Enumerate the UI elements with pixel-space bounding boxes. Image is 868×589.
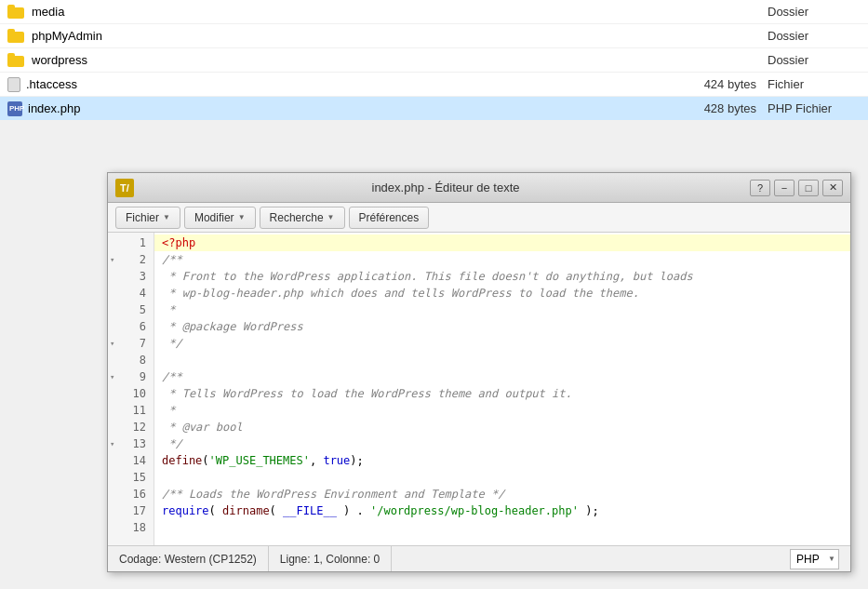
code-line[interactable]: *	[154, 402, 850, 419]
line-numbers: 1▾23456▾78▾9101112▾131415161718	[108, 233, 154, 545]
position-status: Ligne: 1, Colonne: 0	[269, 546, 392, 571]
line-number: 6	[108, 318, 154, 335]
fold-indicator[interactable]: ▾	[110, 372, 114, 382]
language-select-wrapper: PHP	[790, 549, 839, 569]
file-row[interactable]: wordpressDossier	[0, 48, 868, 73]
code-line[interactable]: * Front to the WordPress application. Th…	[154, 268, 850, 285]
language-dropdown-wrapper[interactable]: PHP	[790, 549, 839, 569]
code-line[interactable]: *	[154, 301, 850, 318]
code-line[interactable]: define('WP_USE_THEMES', true);	[154, 452, 850, 469]
code-line[interactable]: require( dirname( __FILE__ ) . '/wordpre…	[154, 502, 850, 519]
file-type: Dossier	[768, 5, 861, 19]
line-number: ▾13	[108, 435, 154, 452]
encoding-status: Codage: Western (CP1252)	[119, 546, 269, 571]
preferences-menu[interactable]: Préférences	[349, 207, 430, 229]
line-number: 4	[108, 285, 154, 301]
line-number: 17	[108, 502, 154, 519]
line-number: 1	[108, 234, 154, 251]
file-row[interactable]: .htaccess424 bytesFichier	[0, 73, 868, 97]
line-number: ▾2	[108, 251, 154, 268]
file-size: 428 bytes	[682, 101, 756, 115]
line-number: 3	[108, 268, 154, 285]
edit-menu[interactable]: Modifier ▼	[184, 207, 256, 229]
file-menu[interactable]: Fichier ▼	[115, 207, 180, 229]
status-bar: Codage: Western (CP1252) Ligne: 1, Colon…	[108, 545, 850, 571]
folder-icon	[7, 5, 26, 20]
line-number: ▾7	[108, 335, 154, 352]
php-file-icon: PHP	[7, 101, 22, 116]
line-number: 12	[108, 419, 154, 435]
generic-file-icon	[7, 77, 20, 92]
file-name: wordpress	[32, 53, 682, 67]
line-number: 10	[108, 385, 154, 402]
title-bar-controls: ? − □ ✕	[750, 180, 843, 196]
edit-menu-arrow: ▼	[238, 213, 246, 221]
code-line[interactable]	[154, 469, 850, 486]
code-line[interactable]: * @var bool	[154, 419, 850, 435]
maximize-btn[interactable]: □	[798, 180, 819, 196]
folder-icon	[7, 53, 26, 68]
code-line[interactable]: /** Loads the WordPress Environment and …	[154, 486, 850, 502]
file-row[interactable]: mediaDossier	[0, 0, 868, 24]
unknown-btn[interactable]: ?	[750, 180, 770, 196]
file-row[interactable]: phpMyAdminDossier	[0, 24, 868, 48]
search-menu-arrow: ▼	[327, 213, 335, 221]
file-type: Dossier	[768, 29, 861, 43]
fold-indicator[interactable]: ▾	[110, 439, 114, 448]
line-number: 18	[108, 519, 154, 536]
file-type: PHP Fichier	[768, 101, 861, 115]
code-line[interactable]: /**	[154, 251, 850, 268]
fold-indicator[interactable]: ▾	[110, 255, 114, 264]
code-line[interactable]: <?php	[154, 234, 850, 251]
line-number: ▾9	[108, 368, 154, 385]
file-name: index.php	[28, 101, 682, 115]
file-name: .htaccess	[26, 77, 682, 91]
code-line[interactable]: * wp-blog-header.php which does and tell…	[154, 285, 850, 301]
line-number: 15	[108, 469, 154, 486]
code-line[interactable]: * @package WordPress	[154, 318, 850, 335]
line-number: 14	[108, 452, 154, 469]
code-area[interactable]: 1▾23456▾78▾9101112▾131415161718 <?php/**…	[108, 233, 850, 545]
code-line[interactable]: * Tells WordPress to load the WordPress …	[154, 385, 850, 402]
editor-app-icon: T/	[115, 179, 134, 197]
code-line[interactable]: */	[154, 435, 850, 452]
line-number: 16	[108, 486, 154, 502]
minimize-btn[interactable]: −	[774, 180, 795, 196]
file-row[interactable]: PHPindex.php428 bytesPHP Fichier	[0, 97, 868, 121]
line-number: 5	[108, 301, 154, 318]
fold-indicator[interactable]: ▾	[110, 339, 114, 348]
search-menu[interactable]: Recherche ▼	[260, 207, 345, 229]
folder-icon	[7, 29, 26, 44]
code-line[interactable]	[154, 519, 850, 536]
code-line[interactable]: /**	[154, 368, 850, 385]
editor-title: index.php - Éditeur de texte	[141, 181, 750, 194]
file-type: Dossier	[768, 53, 861, 67]
close-btn[interactable]: ✕	[822, 180, 843, 196]
line-number: 11	[108, 402, 154, 419]
file-name: media	[32, 5, 682, 19]
file-type: Fichier	[768, 77, 861, 91]
menu-bar: Fichier ▼ Modifier ▼ Recherche ▼ Préfére…	[108, 203, 850, 233]
line-number: 8	[108, 352, 154, 368]
file-list: mediaDossierphpMyAdminDossierwordpressDo…	[0, 0, 868, 121]
file-name: phpMyAdmin	[32, 29, 682, 43]
code-line[interactable]: */	[154, 335, 850, 352]
code-content[interactable]: <?php/** * Front to the WordPress applic…	[154, 233, 850, 545]
title-bar: T/ index.php - Éditeur de texte ? − □ ✕	[108, 173, 850, 203]
code-line[interactable]	[154, 352, 850, 368]
spacer	[0, 121, 868, 167]
file-size: 424 bytes	[682, 77, 756, 91]
language-dropdown[interactable]: PHP	[790, 549, 839, 569]
editor-window: T/ index.php - Éditeur de texte ? − □ ✕ …	[107, 172, 851, 572]
file-menu-arrow: ▼	[163, 213, 170, 221]
